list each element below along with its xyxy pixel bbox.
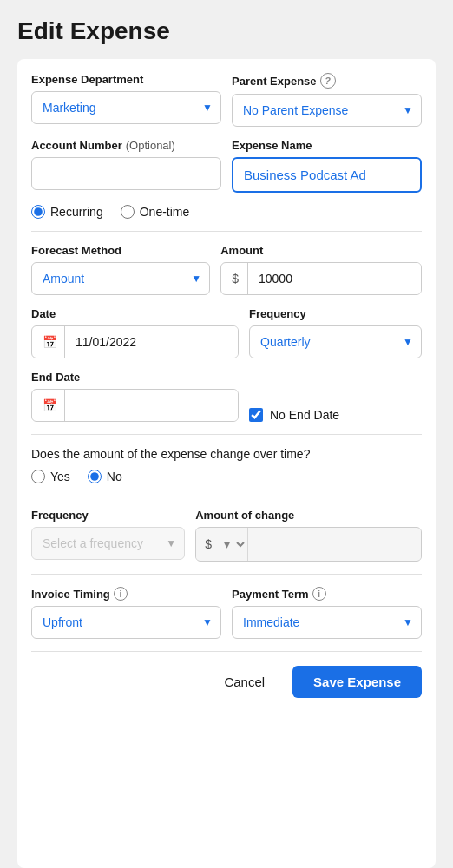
account-number-input[interactable] (31, 157, 221, 190)
change-frequency-select[interactable]: Select a frequency (31, 527, 185, 560)
change-frequency-select-wrapper: Select a frequency ▼ (31, 527, 185, 560)
forecast-method-select[interactable]: Amount Percentage (31, 262, 210, 295)
expense-name-label: Expense Name (232, 139, 422, 152)
expense-department-select-wrapper: Marketing Sales Engineering Finance ▼ (31, 91, 221, 124)
amount-change-input[interactable] (248, 529, 421, 560)
invoice-timing-label: Invoice Timing i (31, 587, 221, 601)
amount-input-wrapper: $ (220, 262, 422, 295)
amount-label: Amount (220, 244, 422, 257)
frequency-label: Frequency (249, 307, 422, 320)
expense-type-radio-group: Recurring One-time (31, 205, 422, 219)
recurring-label: Recurring (50, 205, 103, 219)
forecast-method-select-wrapper: Amount Percentage ▼ (31, 262, 210, 295)
date-label: Date (31, 307, 239, 320)
no-end-date-label[interactable]: No End Date (270, 408, 339, 422)
change-question-text: Does the amount of the expense change ov… (31, 447, 422, 461)
frequency-select-wrapper: Quarterly Monthly Annually Weekly ▼ (249, 326, 422, 358)
payment-term-select[interactable]: Immediate Net 30 Net 60 (232, 606, 422, 639)
end-date-input-wrapper: 📅 (31, 389, 239, 422)
payment-term-info-icon[interactable]: i (312, 587, 326, 601)
amount-of-change-label: Amount of change (195, 509, 422, 522)
no-end-date-checkbox[interactable] (249, 408, 263, 422)
expense-department-label: Expense Department (31, 73, 221, 86)
page-title: Edit Expense (17, 17, 436, 45)
amount-of-change-wrapper: $ ▾ (195, 527, 422, 562)
end-date-calendar-icon[interactable]: 📅 (32, 390, 65, 421)
one-time-label: One-time (140, 205, 190, 219)
one-time-radio[interactable] (121, 205, 135, 219)
one-time-option[interactable]: One-time (121, 205, 190, 219)
amount-change-prefix: $ (196, 529, 217, 560)
invoice-timing-info-icon[interactable]: i (114, 587, 128, 601)
cancel-button[interactable]: Cancel (207, 666, 282, 698)
date-input-wrapper: 📅 (31, 326, 239, 358)
payment-term-select-wrapper: Immediate Net 30 Net 60 ▼ (232, 606, 422, 639)
payment-term-label: Payment Term i (232, 587, 422, 601)
footer-buttons: Cancel Save Expense (31, 651, 422, 712)
frequency-select[interactable]: Quarterly Monthly Annually Weekly (249, 326, 422, 358)
amount-change-type-select[interactable]: ▾ (217, 528, 248, 561)
invoice-timing-select[interactable]: Upfront Arrears (31, 606, 221, 639)
change-radio-group: Yes No (31, 470, 422, 483)
change-frequency-label: Frequency (31, 509, 185, 522)
change-yes-label: Yes (50, 470, 70, 483)
expense-name-input[interactable] (232, 157, 422, 193)
parent-expense-label: Parent Expense ? (232, 73, 422, 89)
change-no-radio[interactable] (88, 470, 102, 483)
forecast-method-label: Forecast Method (31, 244, 210, 257)
end-date-input[interactable] (65, 390, 238, 421)
amount-prefix: $ (221, 263, 248, 294)
change-yes-option[interactable]: Yes (31, 470, 70, 483)
account-number-label: Account Number (Optional) (31, 139, 221, 152)
change-no-label: No (107, 470, 122, 483)
end-date-label: End Date (31, 371, 239, 384)
change-no-option[interactable]: No (88, 470, 122, 483)
date-input[interactable] (65, 326, 238, 358)
no-end-date-row: No End Date (249, 399, 422, 422)
date-calendar-icon[interactable]: 📅 (32, 326, 65, 358)
expense-department-select[interactable]: Marketing Sales Engineering Finance (31, 91, 221, 124)
parent-expense-select[interactable]: No Parent Expense (232, 94, 422, 127)
parent-expense-help-icon[interactable]: ? (320, 73, 336, 89)
parent-expense-select-wrapper: No Parent Expense ▼ (232, 94, 422, 127)
amount-input[interactable] (248, 263, 421, 294)
recurring-radio[interactable] (31, 205, 45, 219)
change-yes-radio[interactable] (31, 470, 45, 483)
save-expense-button[interactable]: Save Expense (292, 666, 422, 698)
recurring-option[interactable]: Recurring (31, 205, 103, 219)
invoice-timing-select-wrapper: Upfront Arrears ▼ (31, 606, 221, 639)
